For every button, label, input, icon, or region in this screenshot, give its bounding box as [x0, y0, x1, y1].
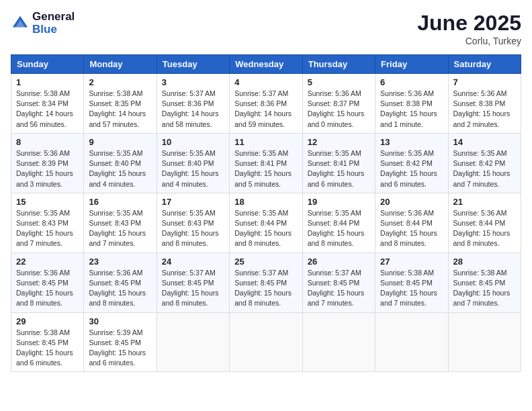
daylight-label: Daylight: 15 hours and 7 minutes. [453, 289, 511, 307]
sunrise-label: Sunrise: 5:35 AM [16, 209, 70, 217]
daylight-label: Daylight: 15 hours and 8 minutes. [453, 229, 511, 247]
calendar-week-row: 1 Sunrise: 5:38 AM Sunset: 8:34 PM Dayli… [11, 74, 521, 134]
sunset-label: Sunset: 8:45 PM [234, 279, 287, 287]
calendar-cell [157, 312, 229, 372]
calendar-cell: 24 Sunrise: 5:37 AM Sunset: 8:45 PM Dayl… [157, 253, 229, 312]
sunrise-label: Sunrise: 5:36 AM [380, 89, 434, 97]
calendar-cell: 9 Sunrise: 5:35 AM Sunset: 8:40 PM Dayli… [84, 133, 157, 193]
sunrise-label: Sunrise: 5:35 AM [162, 209, 216, 217]
sunrise-label: Sunrise: 5:35 AM [308, 209, 361, 217]
weekday-header: Saturday [448, 55, 521, 74]
weekday-header: Friday [375, 55, 448, 74]
sunset-label: Sunset: 8:37 PM [308, 99, 360, 107]
sunset-label: Sunset: 8:36 PM [234, 99, 287, 107]
sunset-label: Sunset: 8:45 PM [453, 279, 506, 287]
daylight-label: Daylight: 15 hours and 0 minutes. [308, 109, 365, 128]
sunset-label: Sunset: 8:44 PM [380, 219, 433, 227]
logo: General Blue [11, 11, 75, 36]
day-number: 16 [89, 197, 151, 207]
page-header: General Blue June 2025 Corlu, Turkey [11, 11, 521, 46]
day-info: Sunrise: 5:35 AM Sunset: 8:42 PM Dayligh… [380, 148, 443, 189]
sunrise-label: Sunrise: 5:36 AM [89, 269, 142, 277]
calendar-cell: 28 Sunrise: 5:38 AM Sunset: 8:45 PM Dayl… [448, 253, 521, 312]
day-info: Sunrise: 5:38 AM Sunset: 8:35 PM Dayligh… [89, 89, 151, 130]
day-info: Sunrise: 5:38 AM Sunset: 8:45 PM Dayligh… [16, 328, 79, 369]
calendar-cell: 27 Sunrise: 5:38 AM Sunset: 8:45 PM Dayl… [375, 253, 448, 312]
sunrise-label: Sunrise: 5:36 AM [380, 209, 434, 217]
sunset-label: Sunset: 8:45 PM [89, 338, 141, 347]
day-number: 21 [453, 197, 516, 207]
calendar-week-row: 29 Sunrise: 5:38 AM Sunset: 8:45 PM Dayl… [11, 312, 521, 372]
day-info: Sunrise: 5:38 AM Sunset: 8:34 PM Dayligh… [16, 89, 79, 130]
daylight-label: Daylight: 15 hours and 7 minutes. [89, 229, 146, 247]
calendar-week-row: 8 Sunrise: 5:36 AM Sunset: 8:39 PM Dayli… [11, 133, 521, 193]
logo-icon [11, 14, 30, 33]
daylight-label: Daylight: 15 hours and 8 minutes. [380, 229, 437, 247]
day-info: Sunrise: 5:37 AM Sunset: 8:45 PM Dayligh… [234, 268, 297, 309]
sunset-label: Sunset: 8:45 PM [308, 279, 360, 287]
sunset-label: Sunset: 8:44 PM [234, 219, 287, 227]
daylight-label: Daylight: 15 hours and 3 minutes. [16, 169, 73, 187]
day-number: 30 [89, 316, 151, 326]
day-number: 19 [308, 197, 370, 207]
sunset-label: Sunset: 8:34 PM [16, 99, 69, 107]
logo-general: General [32, 11, 75, 24]
calendar-cell [230, 312, 302, 372]
day-number: 9 [89, 137, 151, 147]
day-number: 15 [16, 197, 79, 207]
day-number: 25 [234, 257, 297, 267]
calendar-cell [375, 312, 448, 372]
calendar-cell: 11 Sunrise: 5:35 AM Sunset: 8:41 PM Dayl… [230, 133, 302, 193]
day-number: 27 [380, 257, 443, 267]
calendar-cell: 4 Sunrise: 5:37 AM Sunset: 8:36 PM Dayli… [230, 74, 302, 134]
daylight-label: Daylight: 15 hours and 8 minutes. [234, 289, 292, 307]
day-info: Sunrise: 5:36 AM Sunset: 8:44 PM Dayligh… [380, 208, 443, 249]
sunrise-label: Sunrise: 5:35 AM [89, 209, 142, 217]
calendar-cell: 22 Sunrise: 5:36 AM Sunset: 8:45 PM Dayl… [11, 253, 84, 312]
sunset-label: Sunset: 8:44 PM [308, 219, 360, 227]
sunset-label: Sunset: 8:40 PM [162, 159, 214, 167]
month-title: June 2025 [417, 11, 521, 36]
day-number: 14 [453, 137, 516, 147]
sunrise-label: Sunrise: 5:36 AM [453, 209, 507, 217]
calendar-cell: 19 Sunrise: 5:35 AM Sunset: 8:44 PM Dayl… [302, 193, 375, 253]
day-info: Sunrise: 5:35 AM Sunset: 8:43 PM Dayligh… [16, 208, 79, 249]
sunset-label: Sunset: 8:45 PM [380, 279, 433, 287]
day-number: 20 [380, 197, 443, 207]
calendar-cell: 23 Sunrise: 5:36 AM Sunset: 8:45 PM Dayl… [84, 253, 157, 312]
daylight-label: Daylight: 15 hours and 7 minutes. [380, 289, 437, 307]
day-number: 7 [453, 77, 516, 87]
day-number: 13 [380, 137, 443, 147]
calendar-cell: 13 Sunrise: 5:35 AM Sunset: 8:42 PM Dayl… [375, 133, 448, 193]
sunrise-label: Sunrise: 5:36 AM [453, 89, 507, 97]
day-number: 29 [16, 316, 79, 326]
daylight-label: Daylight: 15 hours and 8 minutes. [89, 289, 146, 307]
logo-text: General Blue [32, 11, 75, 36]
calendar-cell: 8 Sunrise: 5:36 AM Sunset: 8:39 PM Dayli… [11, 133, 84, 193]
day-number: 28 [453, 257, 516, 267]
daylight-label: Daylight: 14 hours and 56 minutes. [16, 109, 73, 128]
calendar-cell: 25 Sunrise: 5:37 AM Sunset: 8:45 PM Dayl… [230, 253, 302, 312]
sunrise-label: Sunrise: 5:38 AM [16, 89, 70, 97]
sunset-label: Sunset: 8:45 PM [16, 279, 69, 287]
sunset-label: Sunset: 8:43 PM [89, 219, 141, 227]
sunrise-label: Sunrise: 5:35 AM [380, 149, 434, 157]
calendar-cell: 12 Sunrise: 5:35 AM Sunset: 8:41 PM Dayl… [302, 133, 375, 193]
sunrise-label: Sunrise: 5:36 AM [16, 269, 70, 277]
sunset-label: Sunset: 8:41 PM [308, 159, 360, 167]
daylight-label: Daylight: 15 hours and 4 minutes. [162, 169, 219, 187]
daylight-label: Daylight: 14 hours and 59 minutes. [234, 109, 292, 128]
calendar-cell: 7 Sunrise: 5:36 AM Sunset: 8:38 PM Dayli… [448, 74, 521, 134]
calendar-cell: 3 Sunrise: 5:37 AM Sunset: 8:36 PM Dayli… [157, 74, 229, 134]
weekday-header: Wednesday [230, 55, 302, 74]
daylight-label: Daylight: 15 hours and 8 minutes. [162, 229, 219, 247]
day-number: 18 [234, 197, 297, 207]
sunrise-label: Sunrise: 5:38 AM [16, 328, 70, 336]
daylight-label: Daylight: 15 hours and 8 minutes. [308, 229, 365, 247]
daylight-label: Daylight: 15 hours and 6 minutes. [89, 349, 146, 367]
weekday-header: Sunday [11, 55, 84, 74]
day-number: 3 [162, 77, 224, 87]
sunrise-label: Sunrise: 5:35 AM [162, 149, 216, 157]
day-number: 17 [162, 197, 224, 207]
calendar-cell: 26 Sunrise: 5:37 AM Sunset: 8:45 PM Dayl… [302, 253, 375, 312]
